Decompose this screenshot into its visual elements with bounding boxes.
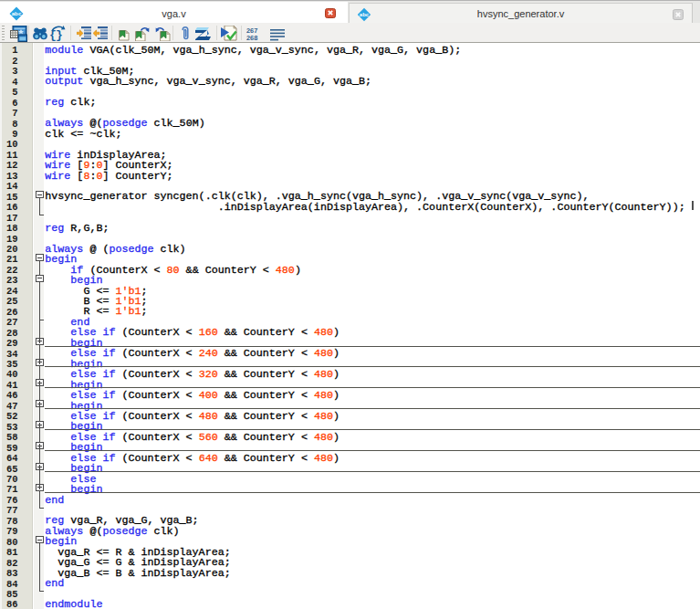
svg-text:268: 268 <box>246 34 257 42</box>
svg-text:}: } <box>56 28 63 41</box>
